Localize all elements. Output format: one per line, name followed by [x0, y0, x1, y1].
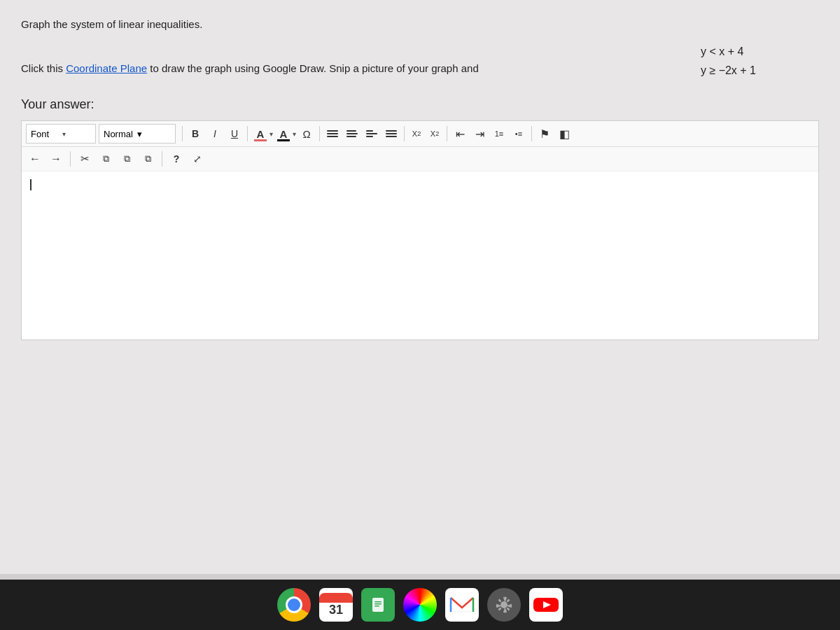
font-color-arrow[interactable]: ▾ — [270, 130, 273, 138]
instruction-text: Click this Coordinate Plane to draw the … — [21, 61, 819, 77]
divider-5 — [447, 126, 447, 141]
font-color-a-label: A — [257, 128, 265, 140]
math-line1: y < x + 4 — [701, 42, 756, 61]
math-block: y < x + 4 y ≥ −2x + 1 — [701, 42, 756, 80]
divider-3 — [319, 126, 320, 141]
settings-svg — [494, 595, 514, 615]
omega-button[interactable]: Ω — [298, 125, 316, 143]
your-answer-label: Your answer: — [21, 97, 819, 112]
extra-button[interactable]: ◧ — [555, 125, 573, 143]
normal-selector[interactable]: Normal ▾ — [99, 124, 176, 144]
taskbar-colorwheel-icon[interactable] — [403, 588, 437, 622]
font-color-bar — [254, 139, 267, 141]
fullscreen-button[interactable]: ⤢ — [188, 150, 206, 168]
list-type3-button[interactable] — [363, 125, 381, 143]
divider-r2-2 — [162, 151, 162, 167]
toolbar-row1: Font ▾ Normal ▾ B I U A ▾ — [22, 121, 818, 147]
undo-button[interactable]: ← — [26, 150, 44, 168]
paste-button2[interactable]: ⧉ — [139, 150, 157, 168]
editor-container: Font ▾ Normal ▾ B I U A ▾ — [21, 120, 819, 340]
list-type1-button[interactable] — [323, 125, 342, 143]
list-icon-1 — [327, 130, 338, 137]
bold-button[interactable]: B — [186, 125, 204, 143]
copy-button[interactable]: ⧉ — [97, 150, 115, 168]
superscript-button[interactable]: X2 — [426, 125, 443, 142]
redo-button[interactable]: → — [47, 150, 65, 168]
paste-button1[interactable]: ⧉ — [118, 150, 136, 168]
coordinate-plane-link[interactable]: Coordinate Plane — [66, 62, 147, 74]
taskbar-gmail-icon[interactable] — [445, 588, 479, 622]
editor-body[interactable] — [22, 172, 818, 340]
font-selector[interactable]: Font ▾ — [26, 124, 96, 144]
divider-2 — [247, 126, 248, 141]
highlight-bar — [277, 139, 290, 141]
taskbar-calendar-icon[interactable]: 31 — [319, 588, 353, 622]
divider-r2-1 — [70, 151, 71, 167]
toolbar-row2: ← → ✂ ⧉ ⧉ ⧉ ? ⤢ — [22, 147, 818, 172]
youtube-svg — [532, 595, 560, 615]
calendar-date: 31 — [329, 603, 343, 617]
list-icon-4 — [386, 130, 397, 137]
calendar-top-bar — [319, 593, 353, 603]
normal-label: Normal — [104, 129, 137, 139]
increase-indent-button[interactable]: ⇥ — [470, 125, 489, 143]
main-content: y < x + 4 y ≥ −2x + 1 Graph the system o… — [0, 0, 840, 574]
divider-1 — [182, 126, 183, 141]
cut-button[interactable]: ✂ — [76, 150, 94, 168]
svg-rect-1 — [374, 601, 382, 603]
question-text: Graph the system of linear inequalities. — [21, 17, 819, 33]
question-label: Graph the system of linear inequalities. — [21, 18, 202, 30]
instruction-suffix: to draw the graph using Google Draw. Sni… — [147, 62, 479, 74]
highlight-button[interactable]: A — [274, 125, 293, 143]
divider-4 — [404, 126, 405, 141]
list-type4-button[interactable] — [382, 125, 400, 143]
font-color-button[interactable]: A — [251, 125, 270, 143]
taskbar-chrome-icon[interactable] — [277, 588, 311, 622]
flag-button[interactable]: ⚑ — [536, 125, 554, 143]
subscript-button[interactable]: X2 — [408, 125, 425, 142]
taskbar-settings-icon[interactable] — [487, 588, 521, 622]
gmail-svg — [449, 595, 475, 615]
font-label: Font — [31, 129, 59, 139]
files-svg — [368, 595, 388, 615]
normal-arrow: ▾ — [137, 129, 171, 139]
numbered-list-button[interactable]: 1≡ — [490, 125, 508, 143]
text-cursor — [30, 179, 31, 190]
svg-rect-0 — [372, 598, 384, 612]
font-arrow: ▾ — [62, 130, 91, 138]
decrease-indent-button[interactable]: ⇤ — [451, 125, 469, 143]
highlight-arrow[interactable]: ▾ — [293, 130, 296, 138]
help-button[interactable]: ? — [167, 150, 186, 168]
taskbar-youtube-icon[interactable] — [529, 588, 563, 622]
list-type2-button[interactable] — [343, 125, 361, 143]
bulleted-list-button[interactable]: •≡ — [510, 125, 528, 143]
taskbar: 31 — [0, 580, 840, 630]
divider-6 — [531, 126, 532, 141]
list-icon-2 — [346, 130, 358, 137]
svg-point-4 — [500, 601, 507, 608]
underline-button[interactable]: U — [225, 125, 244, 143]
italic-button[interactable]: I — [206, 125, 224, 143]
svg-rect-3 — [374, 606, 379, 607]
svg-rect-2 — [374, 603, 382, 605]
highlight-a-label: A — [280, 128, 288, 140]
taskbar-files-icon[interactable] — [361, 588, 395, 622]
math-line2: y ≥ −2x + 1 — [701, 61, 756, 80]
instruction-prefix: Click this — [21, 62, 66, 74]
list-icon-3 — [366, 130, 377, 137]
